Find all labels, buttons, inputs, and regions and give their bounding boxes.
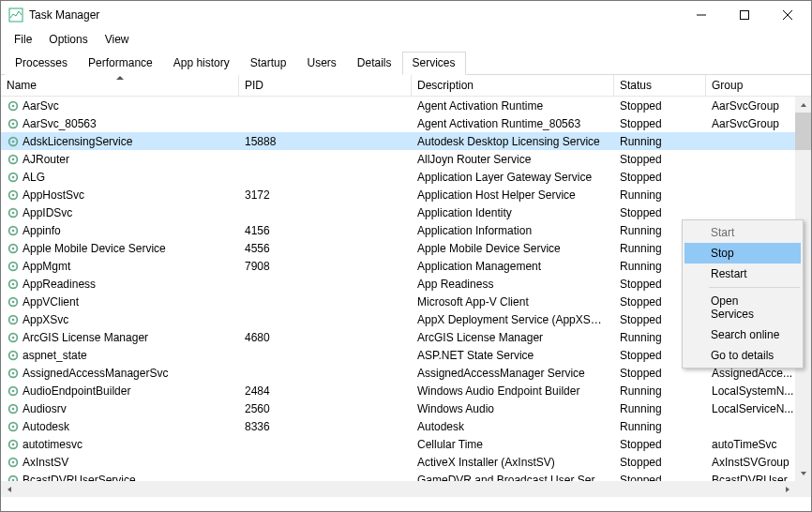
service-pid: 15888: [239, 135, 412, 148]
service-status: Stopped: [614, 438, 706, 451]
scroll-up-icon[interactable]: [795, 97, 811, 113]
column-name[interactable]: Name: [1, 75, 239, 96]
table-row[interactable]: AdskLicensingService15888Autodesk Deskto…: [1, 132, 811, 150]
tab-startup[interactable]: Startup: [240, 52, 297, 75]
menu-file[interactable]: File: [7, 31, 39, 48]
service-status: Running: [614, 135, 706, 148]
service-description: Windows Audio: [412, 402, 614, 415]
service-description: Application Host Helper Service: [412, 188, 614, 202]
service-description: Application Management: [412, 260, 614, 273]
service-pid: 3172: [239, 188, 412, 202]
service-name: AarSvc: [23, 99, 59, 113]
service-name: aspnet_state: [23, 349, 87, 362]
svg-point-16: [12, 193, 15, 196]
scroll-down-icon[interactable]: [795, 465, 811, 481]
svg-point-26: [12, 282, 15, 285]
table-row[interactable]: Audiosrv2560Windows AudioRunningLocalSer…: [1, 399, 811, 417]
table-row[interactable]: AxInstSVActiveX Installer (AxInstSV)Stop…: [1, 453, 811, 471]
svg-point-8: [12, 122, 15, 125]
service-description: Autodesk Desktop Licensing Service: [412, 135, 614, 148]
table-row[interactable]: AarSvc_80563Agent Activation Runtime_805…: [1, 114, 811, 132]
svg-marker-51: [8, 487, 11, 492]
column-description[interactable]: Description: [412, 75, 614, 96]
service-icon: [7, 367, 20, 380]
service-name: AJRouter: [23, 153, 69, 166]
svg-point-14: [12, 175, 15, 178]
menu-item-restart[interactable]: Restart: [684, 264, 801, 284]
table-row[interactable]: autotimesvcCellular TimeStoppedautoTimeS…: [1, 435, 811, 453]
scroll-corner: [795, 481, 811, 497]
tab-services[interactable]: Services: [402, 52, 466, 75]
column-status[interactable]: Status: [614, 75, 706, 96]
service-pid: 4556: [239, 242, 412, 255]
service-description: Application Identity: [412, 206, 614, 219]
scroll-left-icon[interactable]: [1, 481, 17, 497]
service-description: Agent Activation Runtime_80563: [412, 117, 614, 130]
svg-point-12: [12, 158, 15, 160]
service-status: Stopped: [614, 171, 706, 184]
service-icon: [7, 206, 20, 219]
service-name: AssignedAccessManagerSvc: [23, 367, 168, 380]
service-icon: [7, 224, 20, 237]
svg-point-32: [12, 336, 15, 339]
svg-point-36: [12, 371, 15, 374]
close-button[interactable]: [766, 1, 809, 29]
tab-app-history[interactable]: App history: [163, 52, 240, 75]
table-row[interactable]: AudioEndpointBuilder2484Windows Audio En…: [1, 382, 811, 399]
service-name: autotimesvc: [23, 438, 83, 451]
menubar: File Options View: [1, 29, 811, 52]
menu-item-stop[interactable]: Stop: [684, 243, 801, 264]
column-pid[interactable]: PID: [239, 75, 412, 96]
menu-item-start: Start: [684, 222, 801, 243]
service-status: Running: [614, 384, 706, 398]
service-status: Stopped: [614, 206, 706, 219]
service-icon: [7, 438, 20, 451]
menu-options[interactable]: Options: [41, 31, 95, 48]
svg-point-18: [12, 211, 15, 214]
menu-item-go-to-details[interactable]: Go to details: [684, 345, 801, 366]
tab-users[interactable]: Users: [296, 52, 346, 75]
service-name: AppVClient: [23, 295, 79, 309]
menu-view[interactable]: View: [98, 31, 137, 48]
service-status: Stopped: [614, 456, 706, 469]
service-name: AarSvc_80563: [23, 117, 97, 130]
service-icon: [7, 295, 20, 309]
service-icon: [7, 402, 20, 415]
service-name: AppIDSvc: [23, 206, 72, 219]
menu-item-search-online[interactable]: Search online: [684, 324, 801, 345]
service-icon: [7, 260, 20, 273]
table-row[interactable]: AarSvcAgent Activation RuntimeStoppedAar…: [1, 97, 811, 114]
service-pid: 8336: [239, 420, 412, 433]
table-row[interactable]: ALGApplication Layer Gateway ServiceStop…: [1, 168, 811, 186]
tab-processes[interactable]: Processes: [5, 52, 78, 75]
service-status: Stopped: [614, 99, 706, 113]
service-name: AppReadiness: [23, 278, 96, 291]
service-description: Windows Audio Endpoint Builder: [412, 384, 614, 398]
maximize-button[interactable]: [723, 1, 766, 29]
service-icon: [7, 349, 20, 362]
svg-marker-52: [786, 487, 789, 492]
service-description: ArcGIS License Manager: [412, 331, 614, 344]
column-group[interactable]: Group: [706, 75, 795, 96]
tab-details[interactable]: Details: [347, 52, 402, 75]
titlebar[interactable]: Task Manager: [1, 1, 811, 29]
service-status: Running: [614, 188, 706, 202]
service-name: ArcGIS License Manager: [23, 331, 148, 344]
service-pid: 2484: [239, 384, 412, 398]
menu-item-open-services[interactable]: Open Services: [684, 291, 801, 324]
scroll-thumb[interactable]: [795, 113, 811, 150]
service-name: Appinfo: [23, 224, 61, 237]
table-row[interactable]: AJRouterAllJoyn Router ServiceStopped: [1, 150, 811, 168]
service-status: Stopped: [614, 117, 706, 130]
minimize-button[interactable]: [680, 1, 723, 29]
scroll-right-icon[interactable]: [779, 481, 795, 497]
table-row[interactable]: Autodesk8336AutodeskRunning: [1, 417, 811, 435]
svg-point-28: [12, 300, 15, 303]
svg-point-20: [12, 229, 15, 232]
horizontal-scrollbar[interactable]: [1, 481, 795, 497]
window-title: Task Manager: [29, 8, 680, 22]
table-row[interactable]: AppHostSvc3172Application Host Helper Se…: [1, 186, 811, 203]
service-description: Agent Activation Runtime: [412, 99, 614, 113]
service-icon: [7, 153, 20, 166]
svg-point-46: [12, 460, 15, 463]
